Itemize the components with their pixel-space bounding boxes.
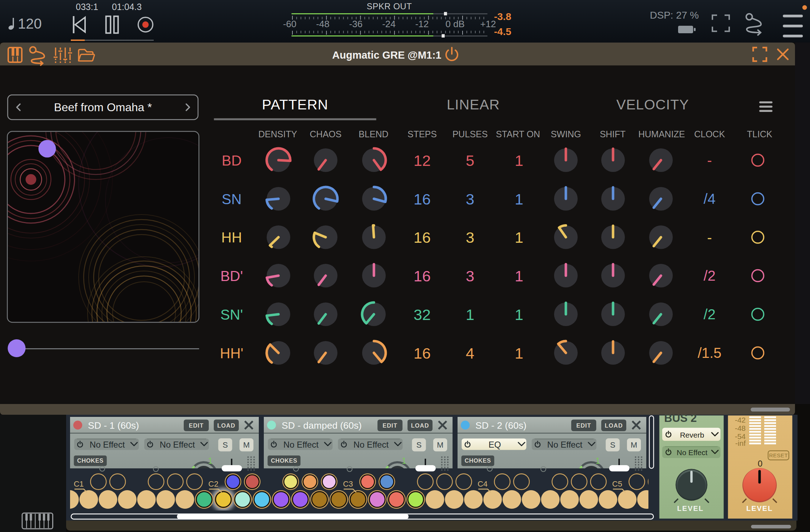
svg-text:C5: C5 [612,479,622,488]
svg-text:CHOKES: CHOKES [465,457,491,464]
svg-text:-48: -48 [316,19,330,29]
svg-text:START ON: START ON [496,129,540,139]
svg-text:SPKR OUT: SPKR OUT [367,1,412,11]
svg-text:1: 1 [515,229,523,246]
svg-text:-42: -42 [735,416,746,424]
svg-text:0 dB: 0 dB [445,19,465,29]
svg-text:PATTERN: PATTERN [262,97,328,112]
svg-text:S: S [610,440,616,449]
svg-text:-24: -24 [382,19,396,29]
svg-text:-: - [707,230,712,245]
svg-text:STEPS: STEPS [408,129,437,139]
svg-text:1: 1 [515,267,523,285]
svg-text:No Effect: No Effect [354,440,389,449]
svg-text:HUMANIZE: HUMANIZE [638,129,685,139]
svg-text:3: 3 [466,229,474,246]
svg-text:S: S [223,440,228,449]
svg-text:LEVEL: LEVEL [746,504,773,512]
svg-text:-36: -36 [349,19,363,29]
svg-text:SHIFT: SHIFT [600,129,626,139]
svg-text:01:04.3: 01:04.3 [112,2,142,12]
svg-text:-4.5: -4.5 [494,26,511,37]
svg-text:0: 0 [758,459,762,468]
svg-text:CHAOS: CHAOS [310,129,342,139]
svg-text:VELOCITY: VELOCITY [616,97,689,112]
svg-text:LOAD: LOAD [411,422,429,429]
svg-text:CLOCK: CLOCK [694,129,725,139]
svg-text:C1: C1 [74,479,84,488]
svg-text:M: M [631,440,637,449]
svg-text:No Effect: No Effect [547,440,583,449]
svg-text:No Effect: No Effect [677,448,707,457]
svg-text:CHOKES: CHOKES [77,457,104,464]
svg-text:16: 16 [414,229,431,246]
svg-text:DSP: 27 %: DSP: 27 % [650,10,699,21]
svg-text:4: 4 [466,345,474,362]
svg-text:Beef from Omaha *: Beef from Omaha * [54,101,152,114]
svg-text:16: 16 [414,191,431,208]
svg-text:No Effect: No Effect [283,440,319,449]
svg-text:033:1: 033:1 [76,2,98,12]
svg-text:DENSITY: DENSITY [258,129,297,139]
svg-text:PULSES: PULSES [453,129,488,139]
svg-text:1: 1 [515,306,523,323]
svg-text:EDIT: EDIT [382,422,397,429]
svg-text:LOAD: LOAD [217,422,236,429]
svg-text:HH': HH' [220,345,243,361]
svg-text:Augmatic GRE @M1:1: Augmatic GRE @M1:1 [332,49,441,61]
svg-text:SN: SN [222,191,242,207]
svg-text:12: 12 [414,152,431,169]
svg-text:-3.8: -3.8 [494,11,511,22]
svg-text:C2: C2 [208,479,218,488]
svg-text:C3: C3 [343,479,353,488]
svg-text:LOAD: LOAD [605,422,623,429]
svg-text:3: 3 [466,267,474,285]
svg-text:1: 1 [596,456,600,466]
svg-text:/2: /2 [703,268,715,284]
svg-text:1: 1 [515,345,523,362]
svg-text:/2: /2 [703,306,715,322]
svg-text:/4: /4 [703,191,715,207]
svg-text:120: 120 [18,16,42,31]
svg-text:No Effect: No Effect [160,440,195,449]
svg-text:BD: BD [222,153,242,168]
svg-text:TLICK: TLICK [747,129,772,139]
svg-text:S: S [416,440,422,449]
svg-text:SD - damped (60s): SD - damped (60s) [282,420,362,431]
svg-text:M: M [437,440,443,449]
svg-text:C4: C4 [478,479,488,488]
svg-text:1: 1 [466,306,474,323]
svg-text:EDIT: EDIT [189,422,204,429]
svg-text:-60: -60 [283,19,297,29]
svg-text:1: 1 [208,456,213,466]
svg-text:LEVEL: LEVEL [677,504,703,512]
svg-text:1: 1 [402,456,406,466]
svg-text:-12: -12 [415,19,429,29]
svg-text:+12: +12 [480,19,496,29]
svg-text:16: 16 [414,267,431,285]
svg-text:BD': BD' [220,268,243,284]
svg-text:-inf: -inf [735,439,746,447]
svg-text:16: 16 [414,345,431,362]
svg-text:CHOKES: CHOKES [271,457,297,464]
svg-text:32: 32 [414,306,431,323]
svg-text:EQ: EQ [489,440,501,449]
svg-text:1: 1 [515,191,523,208]
svg-text:SD - 1 (60s): SD - 1 (60s) [88,420,139,431]
svg-text:3: 3 [466,191,474,208]
svg-text:SWING: SWING [551,129,581,139]
svg-text:SN': SN' [220,307,243,322]
svg-text:M: M [243,440,250,449]
svg-text:/1.5: /1.5 [698,345,722,361]
svg-text:-: - [707,152,712,168]
svg-text:RESET: RESET [769,452,788,458]
svg-text:HH: HH [221,230,242,245]
svg-text:No Effect: No Effect [90,440,125,449]
svg-text:Reverb: Reverb [680,431,704,439]
svg-text:LINEAR: LINEAR [447,97,500,112]
svg-text:BLEND: BLEND [359,129,388,139]
svg-text:5: 5 [466,152,474,169]
svg-text:EDIT: EDIT [576,422,591,429]
svg-text:SD - 2 (60s): SD - 2 (60s) [475,420,527,431]
svg-text:-48: -48 [735,424,746,432]
